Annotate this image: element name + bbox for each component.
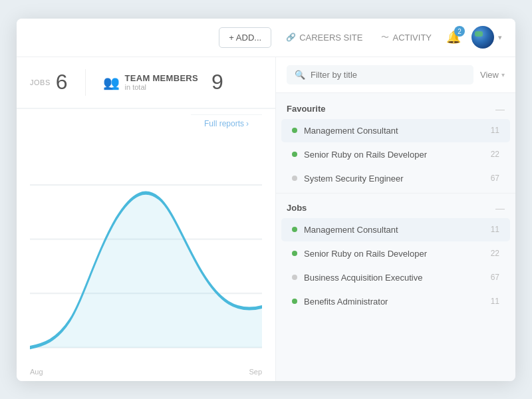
list-item[interactable]: Management Consultant 11 <box>281 218 510 241</box>
careers-site-link[interactable]: 🔗 CAREERS SITE <box>282 33 366 43</box>
job-name: Management Consultant <box>304 225 485 235</box>
team-count: 9 <box>211 70 223 94</box>
reports-label: Full reports <box>204 119 244 128</box>
job-dot-inactive <box>292 275 297 280</box>
list-item[interactable]: Senior Ruby on Rails Developer 22 <box>281 242 510 265</box>
full-reports-link[interactable]: Full reports › <box>191 114 262 132</box>
team-sub: in total <box>125 83 199 91</box>
job-count: 11 <box>491 225 499 234</box>
activity-label: ACTIVITY <box>392 33 432 43</box>
favourite-title: Favourite <box>287 104 326 114</box>
chart-area: Aug Sep <box>17 138 275 381</box>
notification-badge: 2 <box>454 26 465 37</box>
left-panel: JOBS 6 👥 TEAM MEMBERS in total 9 Full re… <box>17 57 276 381</box>
job-dot-active <box>292 251 297 256</box>
list-item[interactable]: Benefits Administrator 11 <box>281 290 510 313</box>
jobs-section-header: Jobs — <box>276 196 515 217</box>
view-chevron-icon: ▾ <box>501 71 505 78</box>
notification-bell[interactable]: 🔔 2 <box>446 30 461 45</box>
job-name: Management Consultant <box>304 126 485 136</box>
job-count: 22 <box>491 249 499 258</box>
job-dot-active <box>292 227 297 232</box>
job-count: 11 <box>491 126 499 135</box>
search-icon: 🔍 <box>295 70 305 80</box>
chart-label-aug: Aug <box>30 368 43 376</box>
job-dot-inactive <box>292 176 297 181</box>
favourite-collapse-icon[interactable]: — <box>495 104 505 114</box>
filter-row: 🔍 View ▾ <box>276 57 515 93</box>
chart-labels: Aug Sep <box>30 368 262 376</box>
list-item[interactable]: Senior Ruby on Rails Developer 22 <box>281 143 510 166</box>
add-button[interactable]: + ADD... <box>219 27 271 48</box>
app-window: + ADD... 🔗 CAREERS SITE 〜 ACTIVITY 🔔 2 ▾… <box>17 19 515 381</box>
view-button[interactable]: View ▾ <box>480 70 505 80</box>
job-name: Senior Ruby on Rails Developer <box>304 249 485 259</box>
job-dot-active <box>292 299 297 304</box>
jobs-count: 6 <box>56 70 68 94</box>
jobs-collapse-icon[interactable]: — <box>495 203 505 213</box>
right-panel: 🔍 View ▾ Favourite — Management Consulta… <box>276 57 515 381</box>
jobs-list: Favourite — Management Consultant 11 Sen… <box>276 93 515 381</box>
stat-divider <box>85 69 86 96</box>
header: + ADD... 🔗 CAREERS SITE 〜 ACTIVITY 🔔 2 ▾ <box>17 19 515 57</box>
careers-label: CAREERS SITE <box>299 33 362 43</box>
arrow-icon: › <box>246 119 249 128</box>
section-divider <box>276 193 515 194</box>
list-item[interactable]: Business Acquisition Executive 67 <box>281 266 510 289</box>
job-dot-active <box>292 128 297 133</box>
main-content: JOBS 6 👥 TEAM MEMBERS in total 9 Full re… <box>17 57 515 381</box>
add-label: + ADD... <box>229 33 261 43</box>
job-dot-active <box>292 152 297 157</box>
job-name: System Security Engineer <box>304 174 485 184</box>
chart-label-sep: Sep <box>249 368 262 376</box>
activity-icon: 〜 <box>381 32 389 43</box>
reports-row: Full reports › <box>17 108 275 138</box>
list-item[interactable]: System Security Engineer 67 <box>281 167 510 190</box>
job-name: Benefits Administrator <box>304 297 485 307</box>
avatar <box>471 26 494 49</box>
team-stat: 👥 TEAM MEMBERS in total 9 <box>103 70 223 94</box>
job-count: 22 <box>491 150 499 159</box>
job-count: 11 <box>491 297 499 306</box>
team-icon: 👥 <box>103 74 120 90</box>
jobs-label: JOBS <box>30 78 51 86</box>
link-icon: 🔗 <box>286 33 296 42</box>
favourite-section-header: Favourite — <box>276 97 515 118</box>
jobs-stat: JOBS 6 <box>30 70 68 94</box>
team-label-block: TEAM MEMBERS in total <box>125 73 199 91</box>
activity-link[interactable]: 〜 ACTIVITY <box>377 32 436 43</box>
chevron-down-icon: ▾ <box>498 33 502 42</box>
team-label: TEAM MEMBERS <box>125 73 199 83</box>
stats-row: JOBS 6 👥 TEAM MEMBERS in total 9 <box>17 57 275 108</box>
job-name: Senior Ruby on Rails Developer <box>304 150 485 160</box>
chart-svg <box>30 144 262 361</box>
user-avatar-wrap[interactable]: ▾ <box>471 26 502 49</box>
filter-input-wrap: 🔍 <box>287 65 473 84</box>
search-input[interactable] <box>311 70 466 80</box>
job-name: Business Acquisition Executive <box>304 273 485 283</box>
job-count: 67 <box>491 174 499 183</box>
view-label: View <box>480 70 499 80</box>
jobs-title: Jobs <box>287 203 307 213</box>
job-count: 67 <box>491 273 499 282</box>
list-item[interactable]: Management Consultant 11 <box>281 119 510 142</box>
